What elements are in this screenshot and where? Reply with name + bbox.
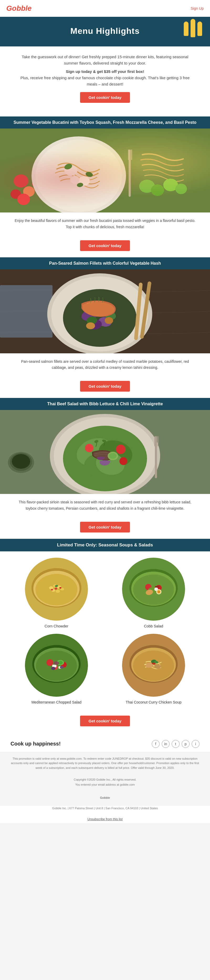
dish-1-cta[interactable]: Get cookin' today <box>80 240 130 251</box>
dish-1: Summer Vegetable Bucatini with Toybox Sq… <box>0 116 210 251</box>
svg-point-11 <box>70 176 80 184</box>
dish-2-cta[interactable]: Get cookin' today <box>80 381 130 391</box>
soups-cta-button[interactable]: Get cookin' today <box>80 716 130 726</box>
email-wrapper: Gobble Sign Up Menu Highlights Take the … <box>0 0 210 823</box>
address-text: Gobble Inc. | 677 Paloma Street | Unit 8… <box>0 806 210 815</box>
dish-3: Thai Beef Salad with Bibb Lettuce & Chil… <box>0 398 210 533</box>
svg-point-35 <box>105 317 113 324</box>
svg-point-28 <box>63 289 137 347</box>
svg-point-67 <box>49 586 53 589</box>
svg-rect-87 <box>155 586 160 587</box>
svg-point-66 <box>35 574 78 605</box>
brand-logo: Gobble <box>6 4 32 13</box>
svg-point-36 <box>86 322 95 329</box>
tagline: Cook up happiness! <box>11 741 60 747</box>
facebook-icon[interactable]: f <box>152 740 160 748</box>
svg-point-14 <box>76 182 83 188</box>
svg-point-6 <box>18 194 30 205</box>
twitter-icon[interactable]: t <box>172 740 180 748</box>
soup-item-mediterranean: Mediterranean Chopped Salad <box>11 634 102 705</box>
company-name: Gobble <box>0 793 210 806</box>
dish-2: Pan-Seared Salmon Fillets with Colorful … <box>0 257 210 392</box>
svg-point-8 <box>35 140 122 212</box>
svg-point-19 <box>139 180 155 193</box>
svg-point-96 <box>46 659 53 666</box>
svg-point-55 <box>12 454 30 469</box>
svg-point-2 <box>14 175 29 188</box>
svg-point-49 <box>85 444 94 452</box>
soup-item-corn: Corn Chowder <box>11 558 102 628</box>
intro-bold: Sign up today & get $35 off your first b… <box>16 68 194 75</box>
pinterest-icon[interactable]: p <box>181 740 189 748</box>
svg-point-20 <box>151 185 164 196</box>
disclaimer-text: This promotion is valid online only at w… <box>0 752 210 775</box>
copyright-text: Copyright ©2020 Gobble Inc., All rights … <box>0 775 210 793</box>
dish-3-image <box>0 410 210 494</box>
svg-rect-25 <box>0 285 52 337</box>
dish-1-image <box>0 129 210 213</box>
svg-point-13 <box>85 171 94 178</box>
soup-label-thai: Thai Coconut Curry Chicken Soup <box>126 700 181 704</box>
soup-label-mediterranean: Mediterranean Chopped Salad <box>32 700 82 704</box>
soups-header: Limited Time Only: Seasonal Soups & Sala… <box>0 539 210 551</box>
intro-text2: Plus, receive free shipping and our famo… <box>16 75 194 88</box>
svg-point-73 <box>55 587 57 590</box>
svg-rect-59 <box>154 436 155 446</box>
hero-banner: Menu Highlights <box>0 17 210 46</box>
svg-rect-0 <box>0 129 210 213</box>
instagram-icon[interactable]: i <box>192 740 199 748</box>
social-icons: f in t p i <box>152 740 199 748</box>
soup-item-thai: Thai Coconut Curry Chicken Soup <box>108 634 199 705</box>
svg-point-48 <box>116 445 126 454</box>
svg-point-3 <box>23 186 35 197</box>
svg-rect-17 <box>130 150 130 160</box>
svg-rect-15 <box>129 150 131 197</box>
svg-point-21 <box>163 179 178 191</box>
footer: Cook up happiness! f in t p i This promo… <box>0 740 210 823</box>
dish-3-cta[interactable]: Get cookin' today <box>80 522 130 533</box>
intro-cta-button[interactable]: Get cookin' today <box>80 92 130 103</box>
svg-rect-61 <box>158 436 158 446</box>
dish-1-title: Summer Vegetable Bucatini with Toybox Sq… <box>0 116 210 129</box>
svg-point-10 <box>78 176 90 186</box>
company-label: Gobble <box>100 796 110 799</box>
svg-point-74 <box>59 587 61 589</box>
copyright-line: Copyright ©2020 Gobble Inc., All rights … <box>74 778 137 786</box>
svg-point-5 <box>32 180 41 188</box>
unsubscribe-link[interactable]: Unsubscribe from this list <box>0 815 210 823</box>
dish-3-title: Thai Beef Salad with Bibb Lettuce & Chil… <box>0 398 210 410</box>
linkedin-icon[interactable]: in <box>162 740 170 748</box>
hero-title: Menu Highlights <box>11 26 199 36</box>
dish-2-image <box>0 269 210 353</box>
svg-point-7 <box>32 137 126 213</box>
soup-img-mediterranean <box>25 634 88 697</box>
svg-point-12 <box>64 162 73 170</box>
soup-item-cobb: Cobb Salad <box>108 558 199 628</box>
header: Gobble Sign Up <box>0 0 210 17</box>
dish-2-desc: Pan-seared salmon fillets are served ove… <box>0 353 210 376</box>
svg-point-75 <box>51 589 53 590</box>
svg-point-104 <box>60 666 64 669</box>
soup-img-cobb <box>122 558 185 620</box>
svg-rect-18 <box>131 150 132 160</box>
svg-point-105 <box>54 661 59 665</box>
svg-point-50 <box>119 457 127 465</box>
svg-rect-16 <box>128 150 129 160</box>
cook-row: Cook up happiness! f in t p i <box>0 740 210 752</box>
svg-point-9 <box>64 165 78 176</box>
soups-grid: Corn Chowder <box>0 551 210 711</box>
svg-point-72 <box>56 590 60 593</box>
fork-decoration <box>184 19 202 37</box>
soups-section: Limited Time Only: Seasonal Soups & Sala… <box>0 539 210 734</box>
fork-tine-2 <box>191 19 195 37</box>
soup-label-corn: Corn Chowder <box>45 624 68 628</box>
fork-tine-3 <box>197 22 202 36</box>
intro-text1: Take the guesswork out of dinner! Get fr… <box>16 54 194 66</box>
dish-3-desc: This flavor-packed sirloin steak is seas… <box>0 494 210 517</box>
svg-rect-1 <box>0 129 210 213</box>
signup-link[interactable]: Sign Up <box>191 6 204 11</box>
svg-point-103 <box>51 667 56 670</box>
svg-point-4 <box>11 189 21 199</box>
svg-point-22 <box>175 184 187 194</box>
soup-img-thai <box>122 634 185 697</box>
